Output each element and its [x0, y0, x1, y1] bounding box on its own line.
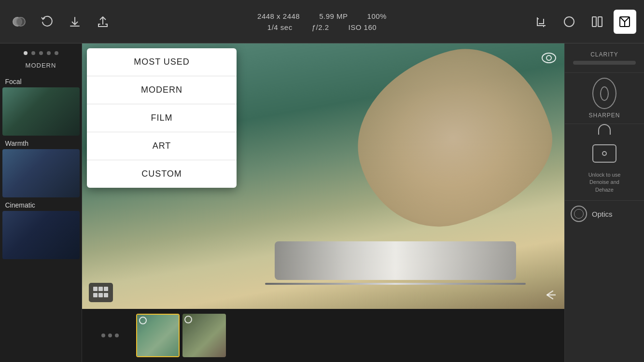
vignette-button[interactable] [558, 10, 581, 34]
focal-label: Focal [2, 76, 80, 87]
image-dimensions: 2448 x 2448 [257, 12, 300, 20]
svg-point-12 [542, 53, 556, 63]
share-button[interactable] [92, 10, 114, 34]
photo-device-edge [265, 283, 526, 285]
sidebar-dot-3 [39, 51, 43, 55]
optics-button[interactable]: Optics [565, 201, 644, 227]
sidebar-dot-2 [31, 51, 35, 55]
filmstrip-thumb-selected[interactable] [136, 314, 180, 357]
lock-shackle [598, 124, 611, 135]
svg-line-9 [620, 17, 625, 22]
filmstrip-circle-2 [184, 316, 192, 323]
cinematic-thumbnail [2, 211, 80, 259]
svg-rect-18 [93, 293, 98, 297]
crop-button[interactable] [530, 10, 553, 34]
download-button[interactable] [64, 10, 86, 34]
svg-rect-16 [98, 287, 103, 291]
dropdown-item-most-used[interactable]: MOST USED [87, 48, 237, 76]
clarity-section: CLARITY [565, 43, 644, 73]
grid-view-button[interactable] [89, 283, 113, 302]
sidebar-dot-1 [24, 51, 28, 55]
svg-point-13 [546, 56, 551, 60]
meta-row-top: 2448 x 2448 5.99 MP 100% [257, 12, 387, 20]
lock-icon [592, 134, 616, 163]
eye-icon[interactable] [540, 49, 558, 69]
optics-label: Optics [592, 210, 613, 218]
svg-rect-15 [93, 287, 98, 291]
sidebar-item-focal[interactable]: Focal [2, 76, 80, 136]
warmth-thumbnail [2, 149, 80, 197]
toolbar: 2448 x 2448 5.99 MP 100% 1/4 sec ƒ/2.2 I… [0, 0, 644, 43]
svg-rect-6 [592, 17, 596, 27]
sidebar-item-cinematic[interactable]: Cinematic [2, 199, 80, 259]
right-sidebar: CLARITY SHARPEN Unlock to useDenoise and… [564, 43, 644, 362]
sharpen-label: SHARPEN [588, 112, 620, 119]
sidebar-dots [24, 48, 58, 58]
left-sidebar: MODERN Focal Warmth Cinematic [0, 43, 82, 362]
toolbar-center: 2448 x 2448 5.99 MP 100% 1/4 sec ƒ/2.2 I… [114, 12, 530, 31]
svg-rect-20 [104, 293, 108, 297]
main-area: MODERN Focal Warmth Cinematic [0, 43, 644, 362]
photo-device [275, 241, 516, 280]
cinematic-label: Cinematic [2, 199, 80, 211]
svg-rect-7 [598, 17, 602, 27]
sidebar-dot-5 [55, 51, 58, 55]
sharpen-icon-inner [600, 86, 609, 101]
filmstrip-navigation-dots [87, 334, 133, 337]
unlock-text: Unlock to useDenoise andDehaze [588, 171, 621, 194]
layers-button[interactable] [8, 10, 30, 34]
filmstrip-dot-1 [101, 334, 105, 337]
focal-thumbnail [2, 87, 80, 136]
sidebar-item-warmth[interactable]: Warmth [2, 138, 80, 197]
lock-icon-wrap [592, 129, 616, 167]
svg-rect-17 [104, 287, 108, 291]
sharpen-icon [592, 78, 616, 109]
aperture: ƒ/2.2 [312, 23, 329, 31]
unlock-section[interactable]: Unlock to useDenoise andDehaze [565, 124, 644, 201]
clarity-label: CLARITY [590, 51, 618, 58]
reset-button[interactable] [36, 10, 58, 34]
dropdown-item-custom[interactable]: CUSTOM [87, 160, 237, 188]
filmstrip-circle-1 [139, 317, 147, 324]
borders-button[interactable] [586, 10, 609, 34]
filmstrip-dot-3 [115, 334, 119, 337]
dropdown-item-art[interactable]: ART [87, 132, 237, 160]
lock-keyhole [602, 151, 607, 156]
sharpen-section[interactable]: SHARPEN [565, 73, 644, 124]
warmth-label: Warmth [2, 138, 80, 149]
sidebar-dot-4 [47, 51, 51, 55]
filmstrip [82, 309, 564, 362]
selective-button[interactable] [614, 10, 637, 34]
optics-icon-inner [574, 209, 584, 219]
toolbar-right [530, 10, 636, 34]
current-filter-label: MODERN [26, 62, 56, 69]
main-image-container: ‹ MOST USED MODERN FILM ART CUSTOM [82, 43, 564, 309]
back-arrow-icon[interactable] [543, 289, 558, 303]
iso: ISO 160 [349, 23, 377, 31]
filmstrip-thumb-2[interactable] [182, 314, 226, 357]
optics-icon [571, 206, 587, 222]
megapixels: 5.99 MP [319, 12, 348, 20]
dropdown-item-film[interactable]: FILM [87, 104, 237, 132]
clarity-bar[interactable] [573, 61, 636, 65]
shutter-speed: 1/4 sec [267, 23, 293, 31]
dropdown-item-modern[interactable]: MODERN [87, 76, 237, 104]
lock-body [592, 144, 616, 163]
meta-row-bottom: 1/4 sec ƒ/2.2 ISO 160 [267, 23, 377, 31]
svg-line-10 [625, 17, 630, 22]
filmstrip-dot-2 [108, 334, 112, 337]
image-area: ‹ MOST USED MODERN FILM ART CUSTOM [82, 43, 564, 362]
svg-rect-19 [98, 293, 103, 297]
svg-point-5 [564, 17, 574, 27]
toolbar-left [8, 10, 114, 34]
zoom-level: 100% [367, 12, 387, 20]
svg-point-1 [16, 17, 25, 26]
filter-category-dropdown: ‹ MOST USED MODERN FILM ART CUSTOM [87, 48, 237, 188]
